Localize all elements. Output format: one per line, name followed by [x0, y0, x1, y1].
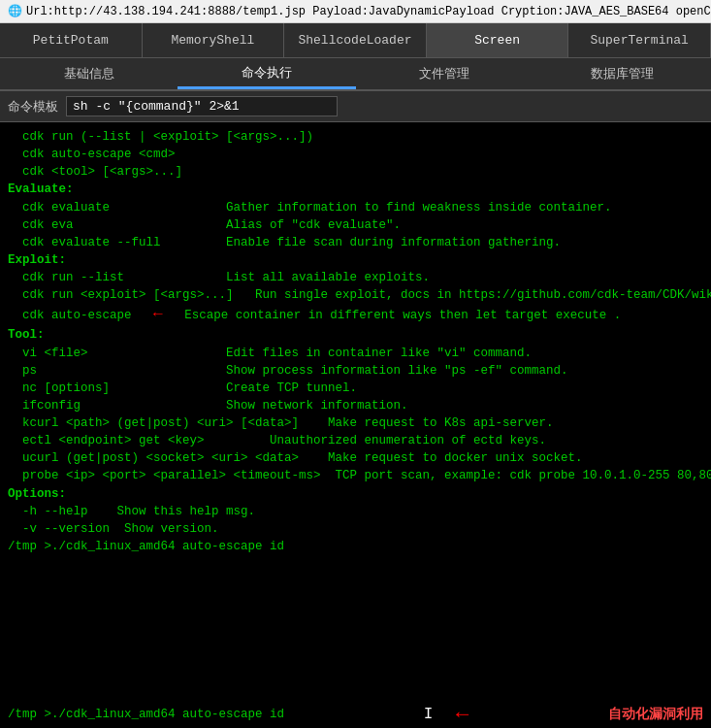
terminal-line: cdk run <exploit> [<args>...] Run single…	[8, 286, 703, 304]
terminal-line: vi <file> Edit files in container like "…	[8, 345, 703, 362]
tab-superterminal[interactable]: SuperTerminal	[568, 23, 711, 57]
tab-screen[interactable]: Screen	[427, 23, 569, 57]
cursor-icon: I	[424, 706, 434, 723]
bottom-cmd-text: /tmp >./cdk_linux_amd64 auto-escape id	[8, 708, 284, 721]
terminal-line: probe <ip> <port> <parallel> <timeout-ms…	[8, 467, 703, 484]
url-bar-icon: 🌐	[8, 4, 22, 18]
bottom-annotation: /tmp >./cdk_linux_amd64 auto-escape id I…	[0, 701, 711, 728]
terminal-line: ectl <endpoint> get <key> Unauthorized e…	[8, 432, 703, 449]
cmd-template-label: 命令模板	[8, 98, 58, 116]
terminal-line: cdk run (--list | <exploit> [<args>...])	[8, 128, 703, 146]
terminal-line: cdk auto-escape ← Escape container in di…	[8, 304, 703, 326]
sub-nav-db-mgmt[interactable]: 数据库管理	[533, 58, 711, 89]
terminal-line: Options:	[8, 485, 703, 503]
terminal-line: ucurl (get|post) <socket> <uri> <data> M…	[8, 449, 703, 467]
tab-bar: PetitPotam MemoryShell ShellcodeLoader S…	[0, 23, 711, 58]
terminal-line: cdk evaluate Gather information to find …	[8, 199, 703, 216]
terminal-line: /tmp >./cdk_linux_amd64 auto-escape id	[8, 538, 703, 555]
cmd-template-row: 命令模板	[0, 91, 711, 122]
url-bar-text: Url:http://43.138.194.241:8888/temp1.jsp…	[26, 5, 711, 18]
bottom-annotation-text: 自动化漏洞利用	[608, 706, 703, 723]
terminal-line: cdk auto-escape <cmd>	[8, 146, 703, 163]
sub-nav-cmd-exec[interactable]: 命令执行	[178, 58, 355, 89]
terminal-line: kcurl <path> (get|post) <uri> [<data>] M…	[8, 414, 703, 432]
terminal-line: Exploit:	[8, 251, 703, 269]
terminal-line: cdk eva Alias of "cdk evaluate".	[8, 216, 703, 234]
terminal-line: -h --help Show this help msg.	[8, 503, 703, 520]
terminal-line: Evaluate:	[8, 181, 703, 198]
terminal-line: nc [options] Create TCP tunnel.	[8, 380, 703, 397]
sub-nav-basic-info[interactable]: 基础信息	[0, 58, 178, 89]
terminal-line: ifconfig Show network information.	[8, 397, 703, 414]
sub-nav: 基础信息 命令执行 文件管理 数据库管理	[0, 58, 711, 91]
terminal-line: ps Show process information like "ps -ef…	[8, 362, 703, 380]
terminal-line: cdk <tool> [<args>...]	[8, 163, 703, 181]
terminal-line: Tool:	[8, 326, 703, 344]
terminal-line: cdk run --list List all available exploi…	[8, 269, 703, 286]
tab-petitpotam[interactable]: PetitPotam	[0, 23, 143, 57]
terminal[interactable]: cdk run (--list | <exploit> [<args>...])…	[0, 122, 711, 701]
url-bar: 🌐 Url:http://43.138.194.241:8888/temp1.j…	[0, 0, 711, 23]
terminal-line: -v --version Show version.	[8, 520, 703, 538]
terminal-line: cdk evaluate --full Enable file scan dur…	[8, 234, 703, 251]
tab-shellcodeloader[interactable]: ShellcodeLoader	[284, 23, 427, 57]
tab-memoryshell[interactable]: MemoryShell	[143, 23, 285, 57]
cmd-template-input[interactable]	[66, 96, 338, 116]
sub-nav-file-mgmt[interactable]: 文件管理	[356, 58, 533, 89]
